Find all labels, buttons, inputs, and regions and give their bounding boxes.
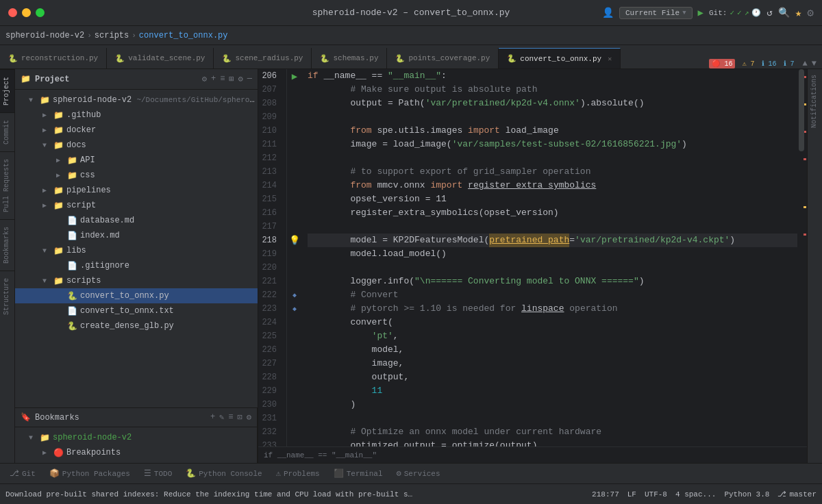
tree-docker[interactable]: ▶ 📁 docker: [15, 123, 258, 138]
tree-script[interactable]: ▶ 📁 script: [15, 198, 258, 213]
tab-reconstruction[interactable]: 🐍 reconstruction.py: [0, 48, 107, 68]
bottom-tab-python-console[interactable]: 🐍 Python Console: [179, 464, 269, 483]
line-num-227: 227: [258, 357, 281, 370]
breadcrumb-sep2: ›: [132, 32, 136, 40]
line-num-220: 220: [258, 261, 281, 275]
breadcrumb-project[interactable]: spheroid-node-v2: [5, 31, 84, 40]
status-branch[interactable]: ⎇ master: [777, 490, 817, 499]
tab-scene-radius[interactable]: 🐍 scene_radius.py: [214, 48, 312, 68]
tab-validate-scene[interactable]: 🐍 validate_scene.py: [107, 48, 214, 68]
status-encoding[interactable]: UTF-8: [645, 490, 667, 499]
underline-text: linspace: [521, 302, 564, 316]
tab-points-coverage[interactable]: 🐍 points_coverage.py: [387, 48, 499, 68]
settings-icon[interactable]: ⚙: [238, 74, 243, 84]
undo-icon[interactable]: ↺: [767, 7, 772, 18]
tree-convert-to-onnx-txt[interactable]: ▶ 📄 convert_to_onnx.txt: [15, 303, 258, 318]
filter-bookmark-icon[interactable]: ⊡: [238, 412, 242, 423]
plain: ,: [393, 329, 399, 343]
status-lang[interactable]: Python 3.8: [724, 490, 769, 499]
plain: ): [308, 398, 356, 412]
gutter-210: [287, 124, 302, 138]
tree-index-md[interactable]: ▶ 📄 index.md: [15, 228, 258, 243]
chevron-down-icon[interactable]: ▼: [812, 59, 817, 68]
settings-bookmark-icon[interactable]: ⚙: [247, 412, 251, 423]
bottom-tab-todo[interactable]: ☰ TODO: [137, 464, 179, 483]
sort-icon[interactable]: ≡: [228, 412, 233, 423]
comment: operation: [564, 302, 617, 316]
code-line-212: [308, 151, 797, 165]
close-panel-icon[interactable]: —: [247, 74, 252, 84]
add-icon[interactable]: +: [211, 74, 216, 84]
scrollbar-thumb[interactable]: [799, 69, 804, 151]
keyword: from: [350, 124, 371, 138]
status-lf[interactable]: LF: [627, 490, 636, 499]
filter-icon[interactable]: ≡: [220, 74, 225, 84]
search-icon[interactable]: 🔍: [778, 7, 790, 18]
code-editor[interactable]: if __name__ == "__main__": # Make sure o…: [302, 69, 797, 446]
folder-icon: 📁: [40, 433, 50, 443]
tree-libs[interactable]: ▼ 📁 libs: [15, 243, 258, 258]
tree-docs[interactable]: ▼ 📁 docs: [15, 138, 258, 153]
notifications-label[interactable]: Notifications: [808, 69, 822, 134]
tree-convert-to-onnx-py[interactable]: ▶ 🐍 convert_to_onnx.py: [15, 288, 258, 303]
tree-scripts[interactable]: ▼ 📁 scripts: [15, 273, 258, 288]
tree-github[interactable]: ▶ 📁 .github: [15, 108, 258, 123]
tree-api[interactable]: ▶ 📁 API: [15, 153, 258, 168]
code-container[interactable]: 206 207 208 209 210 211 212 213 214 215 …: [258, 69, 807, 446]
vtab-pull-requests[interactable]: Pull Requests: [0, 151, 14, 219]
vtab-structure[interactable]: Structure: [0, 270, 14, 322]
keyword: from: [350, 179, 371, 192]
settings-icon[interactable]: ⚙: [807, 6, 814, 20]
bottom-tab-git[interactable]: ⎇ Git: [3, 464, 42, 483]
vtab-project[interactable]: Project: [0, 69, 14, 112]
plain: model = KP2DFeaturesModel(: [308, 234, 489, 247]
bottom-tab-services[interactable]: ⚙ Services: [390, 464, 447, 483]
lightbulb-icon[interactable]: 💡: [289, 235, 300, 246]
tree-create-dense-glb[interactable]: ▶ 🐍 create_dense_glb.py: [15, 318, 258, 333]
tree-label: scripts: [66, 276, 101, 286]
bookmarks-header: 🔖 Bookmarks + ✎ ≡ ⊡ ⚙: [15, 408, 257, 427]
plain: load_image: [500, 124, 559, 138]
tab-close-icon[interactable]: ✕: [608, 55, 612, 63]
tab-py-icon: 🐍: [115, 54, 125, 63]
tree-label: Breakpoints: [66, 448, 121, 457]
code-line-226: model,: [308, 343, 797, 357]
tab-convert-to-onnx[interactable]: 🐍 convert_to_onnx.py ✕: [499, 48, 621, 68]
bookmark-spheroid[interactable]: ▼ 📁 spheroid-node-v2: [15, 430, 257, 445]
file-tree: ▼ 📁 spheroid-node-v2 ~/Documents/GitHub/…: [15, 90, 258, 407]
current-file-button[interactable]: Current File ▼: [619, 7, 693, 19]
tree-gitignore[interactable]: ▶ 📄 .gitignore: [15, 258, 258, 273]
bottom-tab-python-packages[interactable]: 📦 Python Packages: [42, 464, 137, 483]
breadcrumb-scripts[interactable]: scripts: [95, 31, 129, 40]
traffic-lights: [8, 8, 45, 17]
code-line-220: [308, 261, 797, 275]
collapse-icon[interactable]: ⊞: [229, 74, 234, 84]
gutter-230: [287, 398, 302, 412]
folder-icon: 📁: [67, 171, 77, 181]
bookmark-breakpoints[interactable]: ▶ 🔴 Breakpoints: [15, 445, 257, 460]
star-icon[interactable]: ★: [795, 6, 802, 20]
minimize-button[interactable]: [22, 8, 31, 17]
run-icon[interactable]: ▶: [698, 7, 703, 18]
status-indent[interactable]: 4 spac...: [675, 490, 716, 499]
status-position[interactable]: 218:77: [592, 490, 619, 499]
bottom-tab-terminal[interactable]: ⬛ Terminal: [327, 464, 390, 483]
tree-root[interactable]: ▼ 📁 spheroid-node-v2 ~/Documents/GitHub/…: [15, 92, 258, 108]
close-button[interactable]: [8, 8, 17, 17]
edit-bookmark-icon[interactable]: ✎: [219, 412, 224, 423]
maximize-button[interactable]: [36, 8, 45, 17]
chevron-up-icon[interactable]: ▲: [803, 59, 808, 68]
tree-pipelines[interactable]: ▶ 📁 pipelines: [15, 183, 258, 198]
bottom-tab-problems[interactable]: ⚠ Problems: [269, 464, 327, 483]
tree-database-md[interactable]: ▶ 📄 database.md: [15, 213, 258, 228]
tab-schemas[interactable]: 🐍 schemas.py: [312, 48, 387, 68]
add-bookmark-icon[interactable]: +: [210, 412, 215, 423]
vtab-commit[interactable]: Commit: [0, 112, 14, 151]
user-icon[interactable]: 👤: [602, 7, 614, 18]
tree-css[interactable]: ▶ 📁 css: [15, 168, 258, 183]
breadcrumb-file[interactable]: convert_to_onnx.py: [139, 31, 228, 40]
vtab-bookmarks[interactable]: Bookmarks: [0, 219, 14, 270]
plain: [308, 124, 350, 138]
plain: =: [569, 234, 575, 247]
plain: [462, 179, 468, 192]
